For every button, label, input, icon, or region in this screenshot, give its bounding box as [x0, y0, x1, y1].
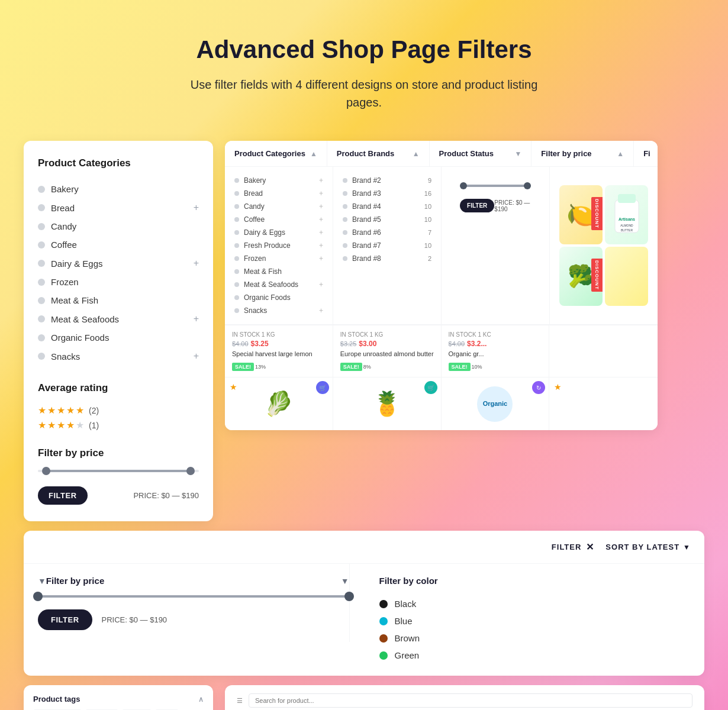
add-to-cart-button[interactable]: ↻	[532, 381, 545, 394]
rating-title: Average rating	[38, 382, 199, 394]
dropdown-item[interactable]: Brand #82	[343, 252, 431, 265]
dropdown-item[interactable]: Meat & Seafoods+	[234, 278, 323, 291]
expand-icon[interactable]: +	[194, 351, 199, 362]
dropdown-item[interactable]: Bread+	[234, 187, 323, 200]
dropdown-item[interactable]: Bakery+	[234, 174, 323, 187]
price-range-slider[interactable]	[38, 595, 349, 598]
product-img-lemon: 🍋 DISCOUNT	[559, 185, 603, 244]
price-range-label: PRICE: $0 — $190	[133, 491, 199, 500]
dropdown-item[interactable]: Snacks+	[234, 304, 323, 317]
dropdown-item[interactable]: Dairy & Eggs+	[234, 226, 323, 239]
dropdown-item[interactable]: Brand #67	[343, 226, 431, 239]
price-thumb-left[interactable]	[42, 467, 50, 475]
category-list: Bakery Bread + Candy	[38, 180, 199, 366]
add-to-cart-button[interactable]: 🛒	[424, 381, 437, 394]
list-item[interactable]: Organic Foods	[38, 328, 199, 347]
filter-x-button[interactable]: FILTER ✕	[552, 541, 594, 553]
product-name: Special harvest large lemon	[232, 350, 326, 358]
dot-icon	[343, 191, 347, 196]
dropdown-item[interactable]: Fresh Produce+	[234, 239, 323, 252]
page-title: Advanced Shop Page Filters	[196, 36, 531, 64]
dot-icon	[343, 243, 347, 248]
filter-label: FILTER	[552, 543, 582, 551]
filter-col-brands[interactable]: Product Brands ▲	[327, 141, 430, 166]
filter-button[interactable]: FILTER	[38, 609, 92, 630]
svg-rect-0	[615, 200, 639, 233]
menu-icon: ☰	[237, 697, 243, 705]
star-icon: ★	[38, 419, 46, 431]
dropdown-item[interactable]: Frozen+	[234, 252, 323, 265]
dot-icon	[343, 256, 347, 261]
list-item[interactable]: Snacks +	[38, 347, 199, 366]
dropdown-item[interactable]: Meat & Fish	[234, 265, 323, 278]
color-item-black[interactable]: Black	[379, 595, 691, 612]
product-info-card: IN STOCK 1 KG $3.25 $3.00 Europe unroast…	[333, 325, 442, 377]
sort-button[interactable]: SORT BY LATEST ▼	[605, 543, 690, 551]
expand-icon[interactable]: +	[194, 202, 199, 213]
dot-icon	[38, 315, 45, 322]
expand-icon[interactable]: +	[194, 258, 199, 269]
chevron-down-icon[interactable]: ▼	[38, 576, 46, 586]
price-thumb-right[interactable]	[186, 467, 195, 475]
dropdown-item[interactable]: Brand #316	[343, 187, 431, 200]
chevron-up-icon: ▲	[617, 150, 624, 158]
price-slider[interactable]	[38, 470, 199, 472]
list-item[interactable]: Meat & Fish	[38, 291, 199, 309]
range-thumb-right[interactable]	[344, 592, 354, 601]
list-item[interactable]: Candy	[38, 217, 199, 235]
filter-col-status[interactable]: Product Status ▼	[430, 141, 532, 166]
filter-col-categories[interactable]: Product Categories ▲	[225, 141, 327, 166]
expand-icon[interactable]: +	[194, 314, 199, 324]
color-item-brown[interactable]: Brown	[379, 630, 691, 647]
dot-icon	[234, 308, 239, 313]
product-info-row: IN STOCK 1 KG $4.00 $3.25 Special harves…	[225, 325, 658, 377]
dot-icon	[234, 243, 239, 248]
color-filter-group: Filter by color Black Blue	[362, 564, 691, 676]
list-item[interactable]: Dairy & Eggs +	[38, 254, 199, 273]
close-icon[interactable]: ✕	[586, 541, 594, 553]
dot-icon	[343, 178, 347, 183]
filter-col-price[interactable]: Filter by price ▲	[531, 141, 634, 166]
list-item[interactable]: Bread +	[38, 198, 199, 217]
filter-col-extra[interactable]: Fi	[634, 141, 658, 166]
dot-icon	[38, 204, 45, 211]
dot-icon	[343, 204, 347, 209]
dropdown-item[interactable]: Brand #410	[343, 200, 431, 213]
price-filter-group: ▼ Filter by price ▼ FILTER PRICE: $0 — $…	[38, 564, 350, 642]
star-icon: ★	[38, 405, 46, 416]
price-filter-title: Filter by price	[46, 576, 104, 586]
chevron-down-icon[interactable]: ▼	[341, 576, 349, 586]
add-to-cart-button[interactable]: 🛒	[316, 381, 329, 394]
sidebar-panel: Product Categories Bakery Bread +	[24, 141, 213, 521]
dot-icon	[234, 191, 239, 196]
page-subtitle: Use filter fields with 4 different desig…	[186, 76, 542, 111]
bottom-filter-wrapper: FILTER ✕ SORT BY LATEST ▼ ▼ Filter by pr…	[24, 531, 704, 676]
dropdown-item[interactable]: Organic Foods	[234, 291, 323, 304]
rating-row-4[interactable]: ★ ★ ★ ★ ★ (1)	[38, 419, 199, 431]
list-item[interactable]: Bakery	[38, 180, 199, 198]
dropdown-item[interactable]: Candy+	[234, 200, 323, 213]
chevron-icon: ∧	[198, 695, 204, 703]
filter-button[interactable]: FILTER	[38, 486, 88, 505]
wishlist-star: ★	[230, 382, 237, 392]
list-item[interactable]: Frozen	[38, 273, 199, 291]
dropdown-item[interactable]: Brand #29	[343, 174, 431, 187]
shop-panel: Product Categories ▲ Product Brands ▲ Pr…	[225, 141, 658, 430]
dropdown-item[interactable]: Brand #710	[343, 239, 431, 252]
list-item[interactable]: Meat & Seafoods +	[38, 309, 199, 328]
list-item[interactable]: Coffee	[38, 235, 199, 254]
range-thumb-left[interactable]	[33, 592, 43, 601]
filter-badge[interactable]: FILTER	[460, 199, 494, 212]
dot-icon	[234, 204, 239, 209]
color-item-blue[interactable]: Blue	[379, 612, 691, 630]
chevron-down-icon: ▼	[514, 150, 521, 158]
dropdown-item[interactable]: Brand #510	[343, 213, 431, 226]
color-item-green[interactable]: Green	[379, 647, 691, 664]
color-swatch	[379, 617, 388, 625]
search-input[interactable]	[249, 693, 692, 708]
rating-row-5[interactable]: ★ ★ ★ ★ ★ (2)	[38, 405, 199, 416]
star-icon: ★	[47, 419, 56, 431]
svg-text:ALMOND: ALMOND	[620, 224, 633, 227]
product-info-card: IN STOCK 1 KG $4.00 $3.25 Special harves…	[225, 325, 333, 377]
dropdown-item[interactable]: Coffee+	[234, 213, 323, 226]
